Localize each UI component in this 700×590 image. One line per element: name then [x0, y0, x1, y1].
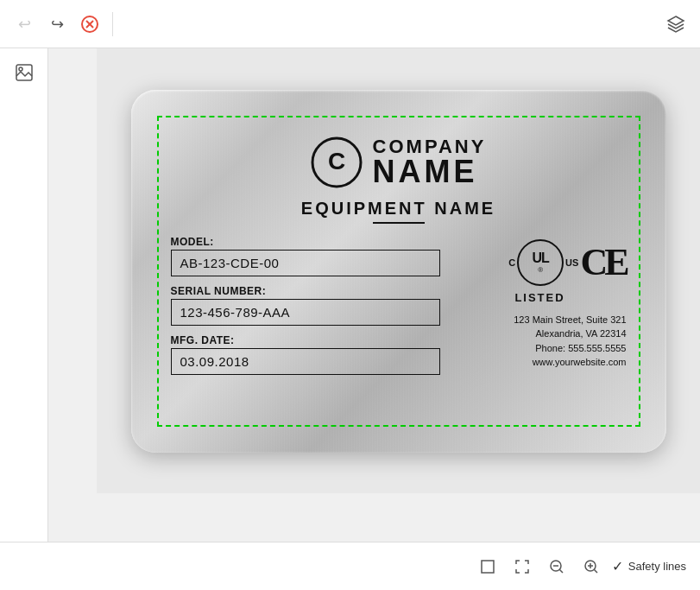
mfg-field-group: MFG. DATE: 03.09.2018 [171, 334, 440, 375]
mfg-label: MFG. DATE: [171, 334, 440, 346]
svg-line-11 [559, 569, 563, 573]
company-text: COMPANY NAME [373, 137, 487, 187]
address-line4: www.yourwebsite.com [514, 355, 626, 370]
canvas-area: C COMPANY NAME EQUIPMENT NAME MODEL: AB [97, 48, 700, 493]
address-line2: Alexandria, VA 22314 [514, 327, 626, 341]
mfg-value: 03.09.2018 [171, 348, 440, 375]
crop-button[interactable] [474, 553, 501, 580]
zoom-in-icon [583, 559, 599, 574]
company-name-line2: NAME [373, 156, 487, 187]
close-icon [81, 16, 98, 33]
label-inner: C COMPANY NAME EQUIPMENT NAME MODEL: AB [157, 116, 640, 427]
listed-text: LISTED [454, 291, 627, 304]
toolbar-right-group [662, 10, 690, 38]
safety-lines-toggle[interactable]: ✓ Safety lines [612, 558, 686, 574]
label-plate: C COMPANY NAME EQUIPMENT NAME MODEL: AB [131, 90, 666, 453]
serial-field-group: SERIAL NUMBER: 123-456-789-AAA [171, 285, 440, 326]
model-label: MODEL: [171, 236, 440, 248]
svg-line-15 [594, 569, 597, 573]
image-button[interactable] [10, 59, 38, 86]
ul-us-text: US [565, 257, 578, 268]
redo-button[interactable]: ↪ [43, 10, 71, 38]
svg-rect-8 [482, 561, 494, 573]
close-button[interactable] [76, 10, 104, 38]
checkmark-icon: ✓ [612, 558, 623, 574]
toolbar-left-group: ↩ ↪ [10, 10, 117, 38]
top-toolbar: ↩ ↪ [0, 0, 700, 48]
safety-lines-label: Safety lines [628, 560, 686, 573]
ul-badge-container: C UL ® US CE [508, 239, 626, 286]
serial-label: SERIAL NUMBER: [171, 285, 440, 297]
svg-point-5 [19, 67, 22, 71]
svg-rect-4 [16, 65, 32, 80]
serial-value: 123-456-789-AAA [171, 299, 440, 326]
main-content: MODEL: AB-123-CDE-00 SERIAL NUMBER: 123-… [157, 236, 640, 427]
bottom-toolbar: ✓ Safety lines [0, 542, 700, 590]
address-line1: 123 Main Street, Suite 321 [514, 313, 626, 327]
ce-mark: CE [580, 240, 626, 284]
address-block: 123 Main Street, Suite 321 Alexandria, V… [514, 313, 626, 370]
equipment-section: EQUIPMENT NAME [157, 199, 640, 224]
toolbar-divider [112, 12, 113, 36]
expand-button[interactable] [508, 553, 536, 580]
zoom-out-icon [549, 559, 564, 574]
svg-marker-3 [668, 16, 684, 25]
equipment-underline [373, 222, 425, 224]
svg-text:C: C [327, 148, 344, 174]
ul-c-text: C [508, 257, 515, 268]
layers-icon [666, 15, 685, 34]
equipment-name: EQUIPMENT NAME [301, 199, 495, 219]
undo-button[interactable]: ↩ [10, 10, 38, 38]
model-value: AB-123-CDE-00 [171, 250, 440, 276]
left-sidebar [0, 48, 48, 542]
ul-main-text: UL [532, 251, 548, 266]
right-certs: C UL ® US CE LISTED 123 Main Street, S [454, 236, 627, 427]
ul-registered-text: ® [538, 266, 543, 274]
image-icon [15, 63, 34, 82]
expand-icon [514, 559, 530, 574]
address-line3: Phone: 555.555.5555 [514, 341, 626, 356]
layers-button[interactable] [662, 10, 690, 38]
left-fields: MODEL: AB-123-CDE-00 SERIAL NUMBER: 123-… [171, 236, 440, 427]
model-field-group: MODEL: AB-123-CDE-00 [171, 236, 440, 276]
company-header: C COMPANY NAME [157, 116, 640, 199]
cert-logos: C UL ® US CE [508, 239, 626, 286]
zoom-out-button[interactable] [543, 553, 571, 580]
zoom-in-button[interactable] [577, 553, 605, 580]
company-logo-icon: C [311, 136, 363, 188]
crop-icon [480, 559, 495, 574]
ul-badge: UL ® [517, 239, 564, 286]
